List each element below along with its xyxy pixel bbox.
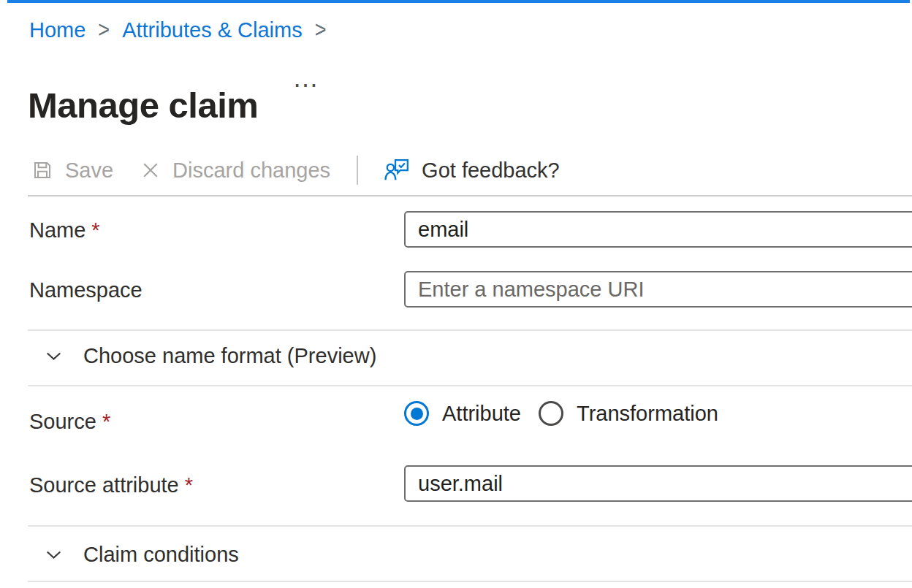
source-attribute-input[interactable] [404, 465, 912, 502]
section-divider [28, 385, 912, 386]
chevron-down-icon [44, 545, 64, 565]
section-divider [28, 525, 912, 527]
section-divider [28, 329, 912, 331]
more-options-icon[interactable]: … [292, 63, 321, 93]
breadcrumb: Home > Attributes & Claims > [29, 18, 339, 42]
source-radio-attribute-label: Attribute [442, 402, 521, 426]
discard-changes-label: Discard changes [172, 159, 330, 183]
source-radio-transformation[interactable]: Transformation [539, 401, 718, 426]
dismiss-icon [140, 159, 162, 181]
section-divider [28, 581, 912, 582]
source-attribute-label-text: Source attribute [29, 473, 179, 497]
page-title: Manage claim [28, 85, 258, 126]
required-asterisk: * [185, 473, 193, 497]
feedback-person-icon [384, 157, 411, 183]
claim-conditions-section-label: Claim conditions [83, 543, 239, 567]
namespace-field-label: Namespace [29, 278, 142, 302]
got-feedback-button[interactable]: Got feedback? [384, 157, 560, 183]
source-radio-group: Attribute Transformation [404, 401, 718, 426]
breadcrumb-separator-icon: > [315, 17, 327, 44]
claim-conditions-section-toggle[interactable]: Claim conditions [44, 543, 239, 567]
choose-name-format-section-label: Choose name format (Preview) [83, 344, 376, 368]
choose-name-format-section-toggle[interactable]: Choose name format (Preview) [44, 344, 376, 368]
save-button-label: Save [65, 159, 113, 183]
save-button[interactable]: Save [31, 159, 113, 183]
namespace-label-text: Namespace [29, 278, 142, 302]
toolbar-separator [357, 156, 358, 185]
toolbar-divider [28, 195, 912, 196]
breadcrumb-link-attributes-claims[interactable]: Attributes & Claims [122, 18, 303, 42]
breadcrumb-separator-icon: > [98, 17, 110, 44]
namespace-input[interactable] [404, 271, 912, 308]
command-bar: Save Discard changes Got feedback? [31, 150, 560, 190]
required-asterisk: * [102, 410, 110, 433]
name-label-text: Name [29, 218, 86, 242]
radio-unselected-icon [539, 401, 563, 426]
name-input[interactable] [404, 211, 912, 248]
save-icon [31, 159, 54, 182]
breadcrumb-link-home[interactable]: Home [29, 18, 86, 42]
source-attribute-field-label: Source attribute* [29, 473, 193, 497]
source-label-text: Source [29, 410, 96, 433]
chevron-down-icon [44, 346, 64, 366]
radio-selected-icon [404, 401, 429, 426]
got-feedback-label: Got feedback? [422, 159, 560, 183]
name-field-label: Name* [29, 218, 100, 243]
source-radio-transformation-label: Transformation [577, 402, 718, 426]
discard-changes-button[interactable]: Discard changes [140, 159, 330, 183]
panel-top-accent-border [7, 0, 910, 3]
required-asterisk: * [91, 218, 99, 242]
source-field-label: Source* [29, 410, 110, 434]
source-radio-attribute[interactable]: Attribute [404, 401, 521, 426]
